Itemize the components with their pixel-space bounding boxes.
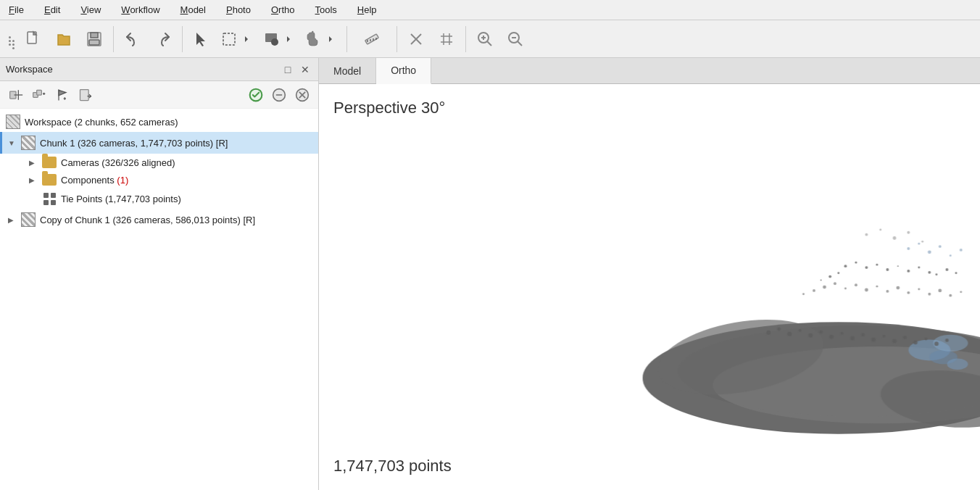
tiepoints-item[interactable]: Tie Points (1,747,703 points) bbox=[0, 188, 318, 209]
svg-point-83 bbox=[766, 331, 771, 335]
svg-point-96 bbox=[903, 336, 907, 339]
svg-point-59 bbox=[918, 267, 920, 269]
svg-point-111 bbox=[921, 241, 923, 243]
point-cloud-visualization bbox=[319, 84, 980, 490]
menu-view[interactable]: View bbox=[78, 3, 104, 17]
svg-point-61 bbox=[837, 272, 839, 274]
menu-ortho[interactable]: Ortho bbox=[268, 3, 298, 17]
svg-point-98 bbox=[924, 338, 927, 341]
svg-point-108 bbox=[879, 228, 881, 231]
close-workspace-button[interactable]: ✕ bbox=[298, 62, 312, 77]
measure-tool[interactable] bbox=[352, 25, 392, 54]
toolbar-handle bbox=[6, 33, 17, 45]
svg-point-76 bbox=[918, 288, 920, 290]
chunk2-item[interactable]: ▶ Copy of Chunk 1 (326 cameras, 586,013 … bbox=[0, 209, 318, 231]
svg-point-94 bbox=[883, 335, 886, 338]
add-chunk-button[interactable] bbox=[6, 85, 26, 105]
open-button[interactable] bbox=[49, 25, 78, 54]
svg-point-85 bbox=[787, 332, 792, 336]
svg-point-72 bbox=[876, 286, 878, 288]
crop-tool[interactable] bbox=[432, 25, 461, 54]
components-expand-arrow: ▶ bbox=[29, 176, 38, 184]
menu-photo[interactable]: Photo bbox=[223, 3, 254, 17]
chunk2-icon bbox=[21, 212, 36, 227]
svg-point-57 bbox=[897, 265, 899, 267]
toolbar bbox=[0, 20, 980, 58]
maximize-workspace-button[interactable]: □ bbox=[281, 62, 295, 77]
tab-model[interactable]: Model bbox=[319, 58, 376, 83]
svg-point-50 bbox=[947, 358, 968, 369]
svg-point-63 bbox=[821, 279, 822, 281]
svg-point-58 bbox=[907, 270, 910, 273]
svg-point-84 bbox=[777, 328, 781, 331]
svg-point-73 bbox=[886, 290, 889, 293]
chunk1-item[interactable]: ▼ Chunk 1 (326 cameras, 1,747,703 points… bbox=[0, 132, 318, 154]
toolbar-sep-2 bbox=[182, 26, 183, 52]
svg-rect-3 bbox=[89, 40, 99, 45]
select-tool[interactable] bbox=[187, 25, 216, 54]
svg-point-102 bbox=[918, 243, 920, 245]
cameras-item[interactable]: ▶ Cameras (326/326 aligned) bbox=[0, 154, 318, 171]
components-item[interactable]: ▶ Components (1) bbox=[0, 171, 318, 188]
zoom-out-button[interactable] bbox=[501, 25, 530, 54]
chunk1-label: Chunk 1 (326 cameras, 1,747,703 points) … bbox=[40, 138, 228, 149]
chunk1-expand-arrow: ▼ bbox=[8, 139, 17, 147]
workspace-toolbar bbox=[0, 81, 318, 109]
svg-point-100 bbox=[945, 339, 949, 342]
minus-button[interactable] bbox=[269, 85, 289, 105]
svg-point-92 bbox=[861, 333, 865, 336]
svg-point-90 bbox=[841, 332, 844, 335]
toolbar-sep-4 bbox=[396, 26, 397, 52]
components-folder-icon bbox=[42, 174, 57, 186]
new-button[interactable] bbox=[19, 25, 48, 54]
svg-point-62 bbox=[829, 275, 831, 278]
svg-point-86 bbox=[799, 329, 802, 332]
svg-point-82 bbox=[802, 293, 805, 295]
tab-ortho[interactable]: Ortho bbox=[376, 58, 431, 84]
menu-tools[interactable]: Tools bbox=[312, 3, 340, 17]
svg-point-106 bbox=[960, 249, 963, 252]
add-flag-button[interactable] bbox=[52, 85, 72, 105]
view-tool[interactable] bbox=[259, 25, 300, 54]
svg-point-60 bbox=[928, 271, 931, 274]
svg-point-103 bbox=[928, 250, 931, 254]
undo-button[interactable] bbox=[118, 25, 147, 54]
svg-point-67 bbox=[823, 286, 826, 289]
workspace-root-label: Workspace (2 chunks, 652 cameras) bbox=[25, 117, 178, 128]
zoom-in-button[interactable] bbox=[470, 25, 499, 54]
toolbar-sep-1 bbox=[113, 26, 114, 52]
save-button[interactable] bbox=[80, 25, 109, 54]
svg-point-77 bbox=[928, 293, 931, 296]
svg-line-19 bbox=[487, 41, 491, 46]
menu-edit[interactable]: Edit bbox=[41, 3, 63, 17]
svg-point-66 bbox=[955, 272, 957, 274]
confirm-button[interactable] bbox=[246, 85, 266, 105]
redo-button[interactable] bbox=[149, 25, 178, 54]
marquee-tool[interactable] bbox=[217, 25, 258, 54]
svg-point-53 bbox=[855, 262, 857, 264]
menu-workflow[interactable]: Workflow bbox=[118, 3, 162, 17]
pan-tool[interactable] bbox=[302, 25, 342, 54]
menu-file[interactable]: File bbox=[6, 3, 27, 17]
svg-point-81 bbox=[813, 289, 815, 292]
workspace-header: Workspace □ ✕ bbox=[0, 58, 318, 81]
svg-point-110 bbox=[907, 231, 910, 234]
svg-point-107 bbox=[865, 233, 868, 236]
main-layout: Workspace □ ✕ bbox=[0, 58, 980, 490]
workspace-root-item[interactable]: Workspace (2 chunks, 652 cameras) bbox=[0, 112, 318, 132]
export-button[interactable] bbox=[75, 85, 96, 105]
menu-help[interactable]: Help bbox=[354, 3, 380, 17]
delete-button[interactable] bbox=[292, 85, 312, 105]
tiepoints-icon bbox=[42, 191, 57, 206]
menu-bar: File Edit View Workflow Model Photo Orth… bbox=[0, 0, 980, 20]
add-subchunk-button[interactable] bbox=[29, 85, 49, 105]
toolbar-sep-5 bbox=[465, 26, 466, 52]
svg-line-23 bbox=[518, 41, 522, 46]
menu-model[interactable]: Model bbox=[178, 3, 209, 17]
svg-rect-29 bbox=[37, 90, 42, 95]
view-content[interactable]: Perspective 30° bbox=[319, 84, 980, 490]
close-tool[interactable] bbox=[402, 25, 431, 54]
svg-point-55 bbox=[876, 264, 878, 266]
svg-point-80 bbox=[960, 291, 962, 293]
view-tabs: Model Ortho bbox=[319, 58, 980, 84]
